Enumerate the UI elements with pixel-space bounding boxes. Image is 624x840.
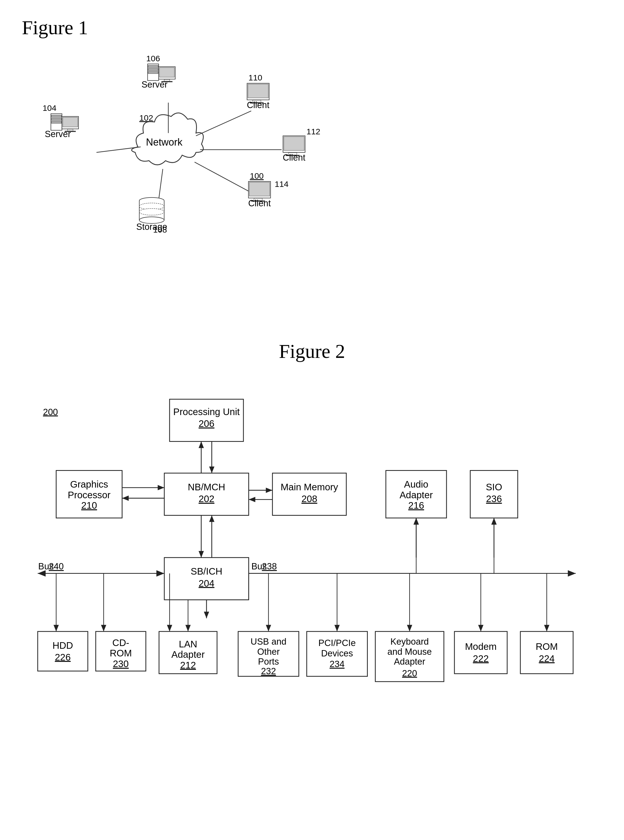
svg-text:Adapter: Adapter — [394, 656, 425, 667]
svg-text:Processing Unit: Processing Unit — [173, 407, 240, 417]
svg-line-7 — [195, 162, 249, 191]
svg-text:208: 208 — [301, 493, 317, 504]
client3-icon: Client 100 114 — [248, 171, 289, 208]
svg-text:Client: Client — [248, 198, 271, 208]
svg-text:USB and: USB and — [250, 636, 286, 647]
svg-marker-144 — [414, 518, 419, 524]
svg-text:SB/ICH: SB/ICH — [191, 566, 222, 577]
svg-rect-11 — [148, 71, 158, 74]
svg-text:212: 212 — [180, 660, 196, 670]
svg-text:240: 240 — [49, 561, 64, 571]
svg-marker-138 — [407, 625, 412, 631]
svg-text:PCI/PCIe: PCI/PCIe — [318, 638, 356, 648]
client1-icon: Client 110 — [247, 73, 270, 110]
svg-text:234: 234 — [329, 659, 344, 669]
svg-marker-61 — [199, 441, 204, 448]
svg-text:NB/MCH: NB/MCH — [188, 482, 226, 492]
svg-text:Server: Server — [141, 80, 167, 90]
svg-text:112: 112 — [307, 127, 320, 136]
svg-rect-38 — [248, 84, 269, 98]
svg-marker-103 — [204, 612, 209, 618]
svg-rect-13 — [159, 68, 175, 77]
modem-box — [454, 631, 507, 674]
svg-text:236: 236 — [486, 493, 502, 504]
svg-text:Audio: Audio — [404, 479, 428, 489]
svg-text:Graphics: Graphics — [70, 479, 108, 489]
svg-text:232: 232 — [261, 666, 276, 676]
svg-rect-19 — [51, 115, 61, 118]
svg-text:110: 110 — [249, 73, 263, 82]
svg-text:HDD: HDD — [53, 640, 73, 651]
server1-icon: Server 106 — [141, 54, 175, 90]
network-cloud: Network 102 — [131, 113, 203, 165]
svg-marker-152 — [185, 625, 191, 631]
svg-text:100: 100 — [250, 171, 264, 180]
svg-text:202: 202 — [199, 493, 215, 504]
figure1-container: Network 102 — [22, 45, 602, 313]
svg-text:ROM: ROM — [110, 648, 132, 658]
svg-text:108: 108 — [153, 225, 167, 234]
figure1-section: Figure 1 Network 102 — [22, 16, 602, 313]
svg-text:102: 102 — [139, 113, 153, 122]
svg-text:Modem: Modem — [465, 641, 497, 652]
server2-icon: Server 104 — [43, 104, 79, 139]
svg-text:210: 210 — [81, 500, 97, 510]
figure2-title: Figure 2 — [22, 340, 602, 363]
svg-text:114: 114 — [275, 179, 289, 189]
svg-text:216: 216 — [408, 500, 424, 510]
svg-marker-69 — [249, 497, 255, 502]
svg-marker-87 — [209, 515, 215, 522]
svg-text:Main Memory: Main Memory — [281, 482, 338, 492]
ref-200-label: 200 — [43, 407, 58, 417]
svg-marker-128 — [54, 625, 59, 631]
svg-rect-50 — [249, 182, 270, 196]
svg-text:238: 238 — [262, 561, 277, 571]
svg-rect-23 — [63, 118, 78, 127]
svg-text:Other: Other — [257, 647, 280, 657]
svg-rect-44 — [284, 136, 304, 150]
client2-icon: Client 112 — [283, 127, 320, 162]
svg-point-34 — [139, 209, 164, 215]
svg-text:ROM: ROM — [536, 641, 558, 652]
svg-text:SIO: SIO — [486, 482, 502, 492]
svg-text:224: 224 — [539, 653, 554, 664]
svg-text:106: 106 — [146, 54, 160, 63]
svg-text:Network: Network — [146, 136, 183, 148]
svg-marker-130 — [101, 625, 106, 631]
svg-text:220: 220 — [402, 668, 417, 678]
svg-rect-20 — [51, 118, 61, 121]
svg-text:Client: Client — [283, 153, 306, 162]
svg-text:206: 206 — [199, 418, 215, 429]
figure2-svg: 200 Processing Unit 206 NB/MCH 202 Main — [22, 379, 602, 762]
svg-rect-21 — [51, 121, 61, 124]
svg-text:Client: Client — [247, 100, 270, 110]
svg-text:204: 204 — [199, 578, 215, 589]
svg-marker-101 — [568, 570, 576, 577]
figure1-svg: Network 102 — [22, 45, 602, 313]
svg-text:104: 104 — [43, 104, 57, 113]
svg-text:Server: Server — [45, 129, 71, 139]
svg-marker-85 — [199, 551, 204, 558]
svg-text:Adapter: Adapter — [171, 649, 205, 660]
svg-marker-134 — [266, 625, 271, 631]
svg-marker-140 — [478, 625, 483, 631]
svg-marker-132 — [167, 625, 172, 631]
svg-text:Adapter: Adapter — [400, 490, 433, 500]
svg-text:Ports: Ports — [258, 656, 279, 667]
svg-marker-136 — [334, 625, 340, 631]
svg-text:226: 226 — [55, 652, 71, 662]
hdd-box — [38, 631, 88, 671]
svg-text:Devices: Devices — [321, 648, 353, 658]
figure1-title: Figure 1 — [22, 16, 602, 39]
figure2-container: 200 Processing Unit 206 NB/MCH 202 Main — [22, 379, 602, 762]
svg-text:230: 230 — [113, 659, 129, 669]
svg-rect-9 — [148, 65, 158, 68]
svg-text:222: 222 — [473, 653, 489, 664]
rom-box — [521, 631, 573, 674]
svg-marker-142 — [544, 625, 549, 631]
svg-line-5 — [196, 111, 251, 136]
svg-marker-146 — [491, 518, 497, 524]
svg-marker-63 — [209, 467, 215, 473]
figure2-section: Figure 2 200 Processing Unit 206 NB/MCH … — [22, 340, 602, 762]
svg-text:and Mouse: and Mouse — [388, 647, 432, 657]
